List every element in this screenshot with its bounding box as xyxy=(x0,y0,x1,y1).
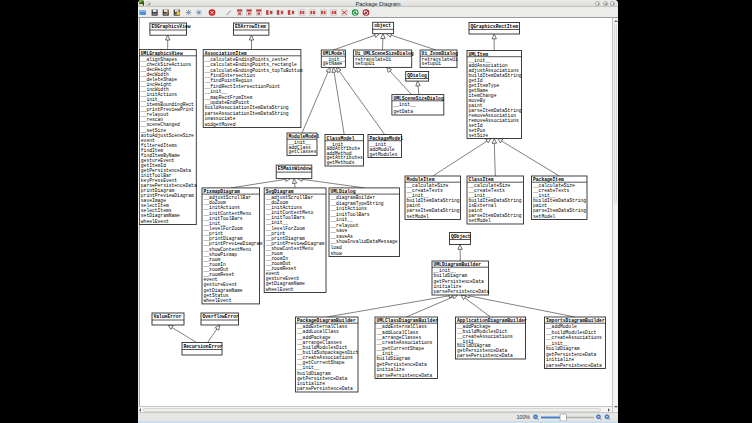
svg-text:ModuleItem: ModuleItem xyxy=(406,177,434,182)
svg-text:getPersistenceData: getPersistenceData xyxy=(546,352,597,357)
svg-text:getModules: getModules xyxy=(369,152,397,157)
svg-text:QObject: QObject xyxy=(451,234,471,239)
svg-text:ClassItem: ClassItem xyxy=(468,177,493,182)
svg-text:parsePersistenceData: parsePersistenceData xyxy=(457,353,513,358)
svg-text:__diagramTypeString: __diagramTypeString xyxy=(329,201,383,206)
svg-text:QGraphicsRectItem: QGraphicsRectItem xyxy=(470,24,518,29)
svg-text:parsePersistenceData: parsePersistenceData xyxy=(546,363,602,368)
svg-text:UMLClassDiagramBuilder: UMLClassDiagramBuilder xyxy=(376,318,438,323)
svg-text:__initToolBars: __initToolBars xyxy=(329,212,369,217)
svg-text:__getCurrentShape: __getCurrentShape xyxy=(375,346,424,351)
svg-text:SvgDiagram: SvgDiagram xyxy=(265,189,293,194)
svg-text:__updateEndPoint: __updateEndPoint xyxy=(203,100,249,105)
svg-text:buildAssociationItemDataString: buildAssociationItemDataString xyxy=(204,105,288,110)
svg-text:__addModule: __addModule xyxy=(545,324,577,329)
svg-text:__save: __save xyxy=(329,228,347,233)
svg-text:wheelEvent: wheelEvent xyxy=(203,298,231,303)
svg-text:__createAssociations: __createAssociations xyxy=(375,340,432,345)
svg-text:setModel: setModel xyxy=(468,218,491,223)
svg-text:__init__: __init__ xyxy=(329,217,353,222)
svg-text:ApplicationDiagramBuilder: ApplicationDiagramBuilder xyxy=(457,318,527,323)
svg-text:__addExternalClass: __addExternalClass xyxy=(375,324,427,329)
svg-text:getName: getName xyxy=(322,61,342,66)
svg-text:wheelEvent: wheelEvent xyxy=(265,287,293,292)
svg-text:__createAssociations: __createAssociations xyxy=(545,335,602,340)
svg-text:ModuleModel: ModuleModel xyxy=(288,134,319,139)
svg-text:ImportsDiagramBuilder: ImportsDiagramBuilder xyxy=(546,318,605,323)
svg-text:initialize: initialize xyxy=(376,367,404,372)
svg-text:E5ArrowItem: E5ArrowItem xyxy=(235,24,266,29)
svg-text:__saveAs: __saveAs xyxy=(329,234,353,239)
svg-text:parsePersistenceData: parsePersistenceData xyxy=(376,373,432,378)
svg-text:__diagramBuilder: __diagramBuilder xyxy=(329,195,375,200)
svg-text:E5MainWindow: E5MainWindow xyxy=(277,166,311,171)
svg-text:__calculateEndingPoints_center: __calculateEndingPoints_center xyxy=(203,57,288,62)
svg-text:__arrangeClasses: __arrangeClasses xyxy=(375,335,421,340)
svg-text:ValueError: ValueError xyxy=(153,314,181,319)
svg-text:load: load xyxy=(330,245,341,250)
svg-text:ClassModel: ClassModel xyxy=(326,136,354,141)
svg-text:__buildModulesDict: __buildModulesDict xyxy=(545,330,597,335)
svg-text:__showInvalidDataMessage: __showInvalidDataMessage xyxy=(329,239,397,244)
svg-text:widgetMoved: widgetMoved xyxy=(204,122,235,127)
svg-text:100%: 100% xyxy=(517,414,531,420)
svg-text:setupUi: setupUi xyxy=(421,61,441,66)
svg-text:__relayout: __relayout xyxy=(329,223,358,228)
svg-text:__mapRectFromItem: __mapRectFromItem xyxy=(203,95,252,100)
svg-text:__findRectIntersectionPoint: __findRectIntersectionPoint xyxy=(203,84,280,89)
svg-text:parseAssociationItemDataString: parseAssociationItemDataString xyxy=(204,111,288,116)
svg-text:initialize: initialize xyxy=(546,357,574,362)
svg-text:parsePersistenceData: parsePersistenceData xyxy=(433,289,489,294)
svg-text:__findPointRegion: __findPointRegion xyxy=(203,78,252,83)
svg-text:QDialog: QDialog xyxy=(407,73,427,78)
svg-text:OverflowError: OverflowError xyxy=(202,314,239,319)
svg-text:__init__: __init__ xyxy=(392,102,416,107)
svg-text:AssociationItem: AssociationItem xyxy=(204,51,246,56)
svg-text:PixmapDiagram: PixmapDiagram xyxy=(203,189,240,194)
svg-text:buildDiagram: buildDiagram xyxy=(376,356,410,361)
svg-text:UMLModel: UMLModel xyxy=(322,51,345,56)
svg-text:getClasses: getClasses xyxy=(288,149,316,154)
svg-text:UMLSceneSizeDialog: UMLSceneSizeDialog xyxy=(393,96,444,101)
svg-text:wheelEvent: wheelEvent xyxy=(140,219,168,224)
svg-text:Ui_UMLSceneSizeDialog: Ui_UMLSceneSizeDialog xyxy=(354,51,413,56)
svg-text:UMLGraphicsView: UMLGraphicsView xyxy=(140,51,182,56)
svg-text:E5GraphicsView: E5GraphicsView xyxy=(151,24,190,29)
svg-text:__init__: __init__ xyxy=(545,341,569,346)
svg-text:setSize: setSize xyxy=(468,133,488,138)
svg-text:buildDiagram: buildDiagram xyxy=(546,346,580,351)
svg-text:PackageModel: PackageModel xyxy=(369,136,403,141)
svg-text:__init__: __init__ xyxy=(203,89,227,94)
svg-text:show: show xyxy=(330,251,341,256)
svg-text:__initActions: __initActions xyxy=(329,206,367,211)
svg-text:__calculateEndingPoints_topToB: __calculateEndingPoints_topToBottom xyxy=(203,68,302,73)
svg-text:RecursionError: RecursionError xyxy=(183,344,222,349)
svg-text:setupUi: setupUi xyxy=(354,61,374,66)
svg-text:__addLocalClass: __addLocalClass xyxy=(375,330,418,335)
svg-text:__findIntersection: __findIntersection xyxy=(203,73,255,78)
svg-text:unassociate: unassociate xyxy=(204,116,235,121)
svg-text:__init__: __init__ xyxy=(375,351,399,356)
svg-text:getData: getData xyxy=(393,109,413,114)
svg-text:setModel: setModel xyxy=(533,214,556,219)
svg-text:PackageItem: PackageItem xyxy=(533,177,564,182)
svg-text:getPersistenceData: getPersistenceData xyxy=(376,362,427,367)
svg-text:setModel: setModel xyxy=(406,214,429,219)
svg-text:Ui_ZoomDialog: Ui_ZoomDialog xyxy=(421,51,458,56)
svg-text:PackageDiagramBuilder: PackageDiagramBuilder xyxy=(297,318,356,323)
svg-text:UMLDiagramBuilder: UMLDiagramBuilder xyxy=(433,262,481,267)
svg-text:getMethods: getMethods xyxy=(326,160,354,165)
svg-text:object: object xyxy=(374,23,391,28)
svg-text:parsePersistenceData: parsePersistenceData xyxy=(297,386,353,391)
svg-text:__calculateEndingPoints_rectan: __calculateEndingPoints_rectangle xyxy=(203,62,296,67)
svg-text:UMLItem: UMLItem xyxy=(468,52,488,57)
svg-text:UMLDialog: UMLDialog xyxy=(330,189,355,194)
